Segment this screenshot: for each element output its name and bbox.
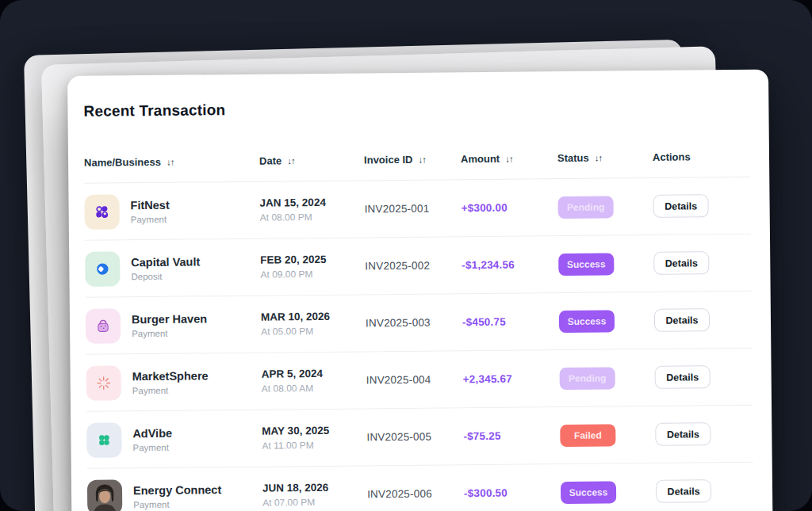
business-name: Capital Vault <box>131 255 200 269</box>
column-label: Invoice ID <box>364 154 413 166</box>
business-avatar <box>86 365 121 400</box>
transaction-type: Payment <box>132 328 207 338</box>
transaction-time: At 08.00 AM <box>262 382 366 394</box>
transaction-type: Payment <box>131 214 170 223</box>
invoice-id: INV2025-005 <box>366 430 463 443</box>
table-row-2: Burger Haven Payment MAR 10, 2026 At 05.… <box>86 292 753 355</box>
transaction-time: At 07.00 PM <box>262 496 367 508</box>
app-background: Recent Transaction Name/Business ↓↑ Date… <box>0 0 812 511</box>
recent-transaction-card: Recent Transaction Name/Business ↓↑ Date… <box>67 70 773 511</box>
column-header-2[interactable]: Invoice ID ↓↑ <box>364 153 461 166</box>
burger-bag-icon <box>86 308 121 343</box>
sort-icon[interactable]: ↓↑ <box>595 153 603 162</box>
name-cell: FitNest Payment <box>84 193 259 229</box>
column-label: Date <box>259 154 282 166</box>
transaction-date: MAY 30, 2025 <box>262 424 366 437</box>
transaction-type: Payment <box>132 442 172 452</box>
table-row-5: Energy Connect Payment JUN 18, 2026 At 0… <box>87 463 754 511</box>
column-label: Status <box>557 152 589 164</box>
column-header-5[interactable]: Actions ↓↑ <box>653 151 750 163</box>
column-header-4[interactable]: Status ↓↑ <box>557 151 653 164</box>
name-cell: MarketSphere Payment <box>86 364 262 400</box>
table-row-4: AdVibe Payment MAY 30, 2025 At 11.00 PM … <box>86 406 753 469</box>
status-cell: Success <box>561 480 656 503</box>
details-button[interactable]: Details <box>655 422 710 446</box>
business-avatar <box>86 308 121 343</box>
actions-cell: Details <box>656 479 753 503</box>
invoice-id: INV2025-003 <box>366 316 462 329</box>
sort-icon[interactable]: ↓↑ <box>505 154 513 163</box>
transaction-time: At 08.00 PM <box>260 211 365 223</box>
details-button[interactable]: Details <box>653 194 708 218</box>
transaction-amount: -$75.25 <box>463 429 560 442</box>
name-cell: Energy Connect Payment <box>87 478 262 511</box>
status-badge: Success <box>559 310 615 333</box>
actions-cell: Details <box>655 365 753 389</box>
transaction-date: MAR 10, 2026 <box>261 310 366 322</box>
name-cell: Burger Haven Payment <box>86 307 261 343</box>
name-block: Burger Haven Payment <box>132 312 207 338</box>
name-block: Energy Connect Payment <box>133 483 221 509</box>
status-badge: Pending <box>560 367 615 390</box>
details-button[interactable]: Details <box>654 308 710 332</box>
card-content: Recent Transaction Name/Business ↓↑ Date… <box>67 70 772 511</box>
transaction-amount: -$450.75 <box>462 315 559 328</box>
sort-icon[interactable]: ↓↑ <box>167 157 174 166</box>
transaction-type: Payment <box>133 499 221 509</box>
name-block: Capital Vault Deposit <box>131 255 200 281</box>
transaction-amount: -$1,234.56 <box>462 258 558 271</box>
name-cell: AdVibe Payment <box>86 421 262 457</box>
business-name: Energy Connect <box>133 483 221 497</box>
sort-icon[interactable]: ↓↑ <box>418 154 426 164</box>
invoice-id: INV2025-002 <box>365 259 462 272</box>
invoice-id: INV2025-001 <box>365 202 462 215</box>
actions-cell: Details <box>655 422 753 446</box>
status-cell: Failed <box>560 423 655 446</box>
date-cell: MAR 10, 2026 At 05.00 PM <box>261 310 366 337</box>
transaction-date: JUN 18, 2026 <box>262 481 367 494</box>
status-badge: Success <box>561 481 616 504</box>
date-cell: JAN 15, 2024 At 08.00 PM <box>259 196 364 223</box>
actions-cell: Details <box>653 194 750 218</box>
business-avatar <box>87 479 122 511</box>
transaction-amount: -$300.50 <box>464 486 561 499</box>
name-block: MarketSphere Payment <box>132 369 209 395</box>
table-row-1: Capital Vault Deposit FEB 20, 2025 At 09… <box>85 235 752 298</box>
date-cell: MAY 30, 2025 At 11.00 PM <box>262 424 366 451</box>
status-cell: Success <box>559 309 654 332</box>
business-avatar <box>85 251 120 286</box>
status-cell: Success <box>558 252 653 275</box>
business-name: AdVibe <box>132 426 172 439</box>
status-badge: Pending <box>557 196 613 219</box>
fitnest-flower-icon <box>84 194 119 229</box>
status-cell: Pending <box>557 195 653 218</box>
transaction-date: JAN 15, 2024 <box>259 196 364 208</box>
invoice-id: INV2025-004 <box>366 373 463 386</box>
table-row-3: MarketSphere Payment APR 5, 2024 At 08.0… <box>86 349 753 412</box>
person-photo-avatar <box>87 479 122 511</box>
column-header-3[interactable]: Amount ↓↑ <box>461 152 557 165</box>
sort-icon[interactable]: ↓↑ <box>287 156 295 166</box>
column-header-0[interactable]: Name/Business ↓↑ <box>84 155 259 169</box>
actions-cell: Details <box>654 308 752 332</box>
market-burst-icon <box>86 365 121 400</box>
transaction-type: Deposit <box>131 271 200 281</box>
date-cell: APR 5, 2024 At 08.00 AM <box>262 367 366 394</box>
transaction-time: At 11.00 PM <box>262 439 366 451</box>
details-button[interactable]: Details <box>656 479 711 503</box>
column-label: Name/Business <box>84 156 161 169</box>
transaction-amount: +$300.00 <box>462 201 558 214</box>
date-cell: JUN 18, 2026 At 07.00 PM <box>262 481 367 508</box>
transaction-type: Payment <box>132 385 209 395</box>
details-button[interactable]: Details <box>653 251 709 275</box>
details-button[interactable]: Details <box>655 365 710 389</box>
transaction-time: At 09.00 PM <box>260 268 365 280</box>
column-header-1[interactable]: Date ↓↑ <box>259 154 364 166</box>
status-badge: Failed <box>560 424 615 447</box>
column-label: Amount <box>461 153 500 165</box>
capital-vault-icon <box>85 251 120 286</box>
transaction-date: FEB 20, 2025 <box>260 253 365 265</box>
table-row-0: FitNest Payment JAN 15, 2024 At 08.00 PM… <box>84 177 751 241</box>
actions-cell: Details <box>653 251 751 275</box>
name-block: FitNest Payment <box>130 198 169 223</box>
